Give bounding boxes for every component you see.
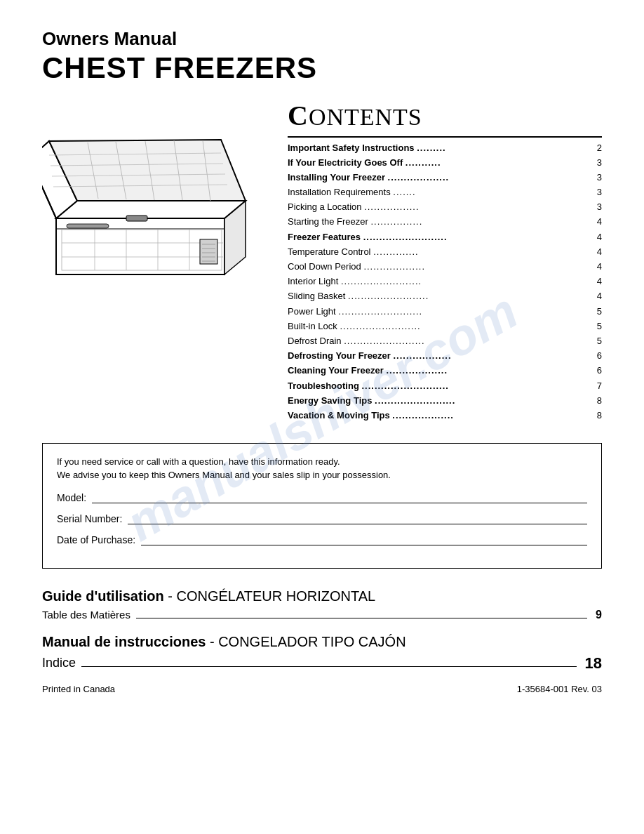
toc-row: Starting the Freezer ................4 [288, 215, 602, 230]
spanish-toc-label: Indice [42, 656, 76, 670]
spanish-regular-title: CONGELADOR TIPO CAJÓN [218, 634, 405, 649]
toc-page: 5 [555, 333, 602, 348]
french-section: Guide d'utilisation - CONGÉLATEUR HORIZO… [42, 588, 602, 621]
spanish-toc-page: 18 [585, 654, 602, 673]
printed-in-canada: Printed in Canada [42, 684, 115, 694]
toc-page: 4 [555, 230, 602, 244]
toc-row: Freezer Features .......................… [288, 230, 602, 244]
toc-row: Power Light ..........................5 [288, 304, 602, 319]
toc-row: Important Safety Instructions .........2 [288, 140, 602, 155]
freezer-illustration [42, 120, 260, 289]
french-separator: - [168, 588, 176, 604]
toc-label: Cool Down Period ................... [288, 260, 555, 274]
model-label: Model: [57, 492, 86, 503]
spanish-bold-title: Manual de instrucciones [42, 634, 206, 649]
french-toc-label: Table des Matières [42, 609, 130, 621]
contents-rest: ONTENTS [309, 104, 422, 130]
toc-label: Troubleshooting ........................… [288, 378, 555, 393]
svg-marker-16 [56, 201, 246, 218]
date-field-row: Date of Purchase: [57, 534, 587, 545]
toc-label: Vacation & Moving Tips .................… [288, 408, 555, 423]
spanish-toc-row: Indice 18 [42, 654, 602, 673]
toc-page: 6 [555, 364, 602, 378]
freezer-image [42, 120, 274, 291]
toc-row: Built-in Lock .........................5 [288, 319, 602, 333]
toc-page: 6 [555, 349, 602, 364]
toc-page: 3 [555, 155, 602, 170]
owners-manual-title: Owners Manual [42, 28, 602, 50]
header: Owners Manual CHEST FREEZERS [42, 28, 602, 85]
service-line1: If you need service or call with a quest… [57, 456, 340, 467]
footer: Printed in Canada 1-35684-001 Rev. 03 [42, 684, 602, 694]
french-toc-page: 9 [596, 609, 602, 621]
toc-row: Picking a Location .................3 [288, 200, 602, 215]
toc-label: If Your Electricity Goes Off ........... [288, 155, 555, 170]
toc-row: Energy Saving Tips .....................… [288, 393, 602, 408]
toc-label: Picking a Location ................. [288, 200, 555, 215]
toc-page: 5 [555, 304, 602, 319]
toc-label: Built-in Lock ......................... [288, 319, 555, 333]
serial-line [128, 515, 587, 524]
toc-label: Installing Your Freezer ................… [288, 170, 555, 185]
toc-row: Cool Down Period ...................4 [288, 260, 602, 274]
toc-label: Sliding Basket ......................... [288, 289, 555, 304]
toc-page: 4 [555, 289, 602, 304]
svg-marker-18 [49, 140, 246, 201]
toc-page: 4 [555, 274, 602, 289]
toc-label: Defrosting Your Freezer ................… [288, 349, 555, 364]
toc-row: Cleaning Your Freezer ..................… [288, 364, 602, 378]
french-toc-line [136, 611, 587, 618]
toc-row: Troubleshooting ........................… [288, 378, 602, 393]
toc-page: 5 [555, 319, 602, 333]
page: manualshiver.com Owners Manual CHEST FRE… [0, 0, 644, 834]
toc-row: Defrosting Your Freezer ................… [288, 349, 602, 364]
toc-page: 4 [555, 215, 602, 230]
service-text: If you need service or call with a quest… [57, 455, 587, 482]
toc-label: Energy Saving Tips .....................… [288, 393, 555, 408]
toc-label: Installation Requirements ....... [288, 185, 555, 200]
toc-label: Interior Light ......................... [288, 274, 555, 289]
toc-label: Freezer Features .......................… [288, 230, 555, 244]
french-bold-title: Guide d'utilisation [42, 588, 164, 604]
model-field-row: Model: [57, 492, 587, 503]
toc-row: Vacation & Moving Tips .................… [288, 408, 602, 423]
french-title: Guide d'utilisation - CONGÉLATEUR HORIZO… [42, 588, 602, 604]
french-toc-row: Table des Matières 9 [42, 609, 602, 621]
toc-label: Temperature Control .............. [288, 244, 555, 259]
document-code: 1-35684-001 Rev. 03 [517, 684, 602, 694]
toc-row: Interior Light .........................… [288, 274, 602, 289]
contents-heading: CONTENTS [288, 99, 602, 132]
toc-page: 8 [555, 393, 602, 408]
toc-page: 3 [555, 170, 602, 185]
toc-page: 3 [555, 200, 602, 215]
toc-row: If Your Electricity Goes Off ...........… [288, 155, 602, 170]
toc-page: 4 [555, 260, 602, 274]
contents-first-letter: C [288, 100, 309, 131]
date-label: Date of Purchase: [57, 534, 135, 545]
service-box: If you need service or call with a quest… [42, 443, 602, 569]
contents-panel: CONTENTS Important Safety Instructions .… [288, 99, 602, 423]
toc-label: Starting the Freezer ................ [288, 215, 555, 230]
toc-page: 3 [555, 185, 602, 200]
spanish-toc-line [81, 660, 576, 667]
toc-page: 4 [555, 244, 602, 259]
contents-divider [288, 136, 602, 138]
toc-label: Cleaning Your Freezer ..................… [288, 364, 555, 378]
model-line [92, 494, 587, 503]
toc-row: Temperature Control ..............4 [288, 244, 602, 259]
toc-label: Power Light .......................... [288, 304, 555, 319]
toc-table: Important Safety Instructions .........2… [288, 140, 602, 423]
svg-rect-29 [126, 216, 147, 221]
chest-freezers-title: CHEST FREEZERS [42, 51, 602, 85]
spanish-section: Manual de instrucciones - CONGELADOR TIP… [42, 634, 602, 673]
toc-row: Installing Your Freezer ................… [288, 170, 602, 185]
svg-rect-30 [67, 224, 109, 228]
middle-section: CONTENTS Important Safety Instructions .… [42, 99, 602, 423]
service-line2: We advise you to keep this Owners Manual… [57, 470, 391, 480]
date-line [141, 536, 587, 545]
toc-row: Installation Requirements .......3 [288, 185, 602, 200]
spanish-separator: - [210, 634, 218, 649]
toc-row: Sliding Basket .........................… [288, 289, 602, 304]
svg-rect-10 [200, 239, 217, 264]
spanish-title: Manual de instrucciones - CONGELADOR TIP… [42, 634, 602, 650]
